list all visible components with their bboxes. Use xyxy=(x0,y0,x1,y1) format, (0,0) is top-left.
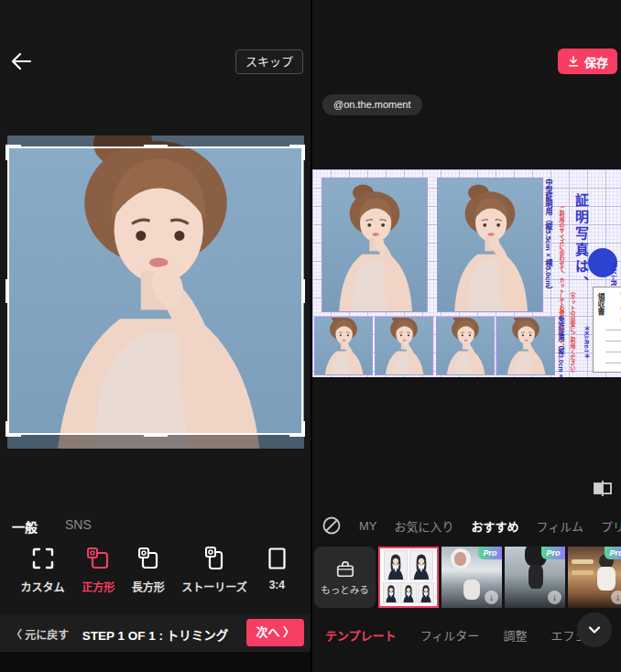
tab-template-label: テンプレート xyxy=(325,629,397,643)
watermark-badge: @on.the.moment xyxy=(322,94,422,115)
undo-button[interactable]: 〈 元に戻す xyxy=(11,626,69,642)
brand-label: ＊Ki-Re-i＊ xyxy=(582,325,591,359)
tab-filter[interactable]: フィルター xyxy=(420,614,480,644)
chevron-down-icon xyxy=(586,622,603,638)
back-button[interactable] xyxy=(7,48,35,75)
crop-handle-left[interactable] xyxy=(5,279,9,303)
tab-print-edit[interactable]: プリ加工 xyxy=(601,517,621,535)
preview-photo-small-2 xyxy=(376,318,432,374)
custom-crop-icon xyxy=(30,542,56,575)
left-bottom-spacer xyxy=(0,652,310,672)
download-template-icon[interactable]: ↓ xyxy=(611,591,621,604)
receipt-line xyxy=(605,352,621,352)
receipt-line xyxy=(605,330,621,331)
stories-crop-icon xyxy=(202,542,227,575)
block-icon xyxy=(321,515,342,536)
tab-favorites[interactable]: お気に入り xyxy=(395,517,454,535)
tab-recommended[interactable]: おすすめ xyxy=(472,517,519,535)
template-winter-portrait[interactable]: Pro ↓ xyxy=(441,547,502,608)
cut-note: （カットの目安にご利用ください） xyxy=(569,288,577,376)
receipt-line xyxy=(605,363,621,363)
crop-option-label: 3:4 xyxy=(269,579,285,591)
crop-handle-top-right[interactable] xyxy=(289,145,305,160)
crop-option-stories[interactable]: ストーリーズ xyxy=(181,542,246,594)
ratio-3-4-icon xyxy=(264,542,289,575)
none-button[interactable] xyxy=(321,515,342,536)
more-templates-button[interactable]: もっとみる xyxy=(314,547,376,608)
pro-badge: Pro xyxy=(478,547,502,559)
headline-text: 証明写真は、 xyxy=(572,193,591,292)
crop-handle-top[interactable] xyxy=(144,145,168,148)
step-indicator: STEP 1 OF 1 : トリミング xyxy=(82,625,229,644)
crop-footer: 〈 元に戻す STEP 1 OF 1 : トリミング 次へ 〉 xyxy=(0,614,310,652)
more-templates-label: もっとみる xyxy=(321,582,369,596)
crop-mode-tabs: 一般 SNS xyxy=(12,517,92,536)
category-tabs: MY お気に入り おすすめ フィルム プリ加工 xyxy=(321,515,621,536)
license-size-label: 免許証用（縦3.0cm×横2.5cm） xyxy=(556,316,565,374)
id-sheet-thumbnail xyxy=(380,548,437,606)
crop-canvas[interactable] xyxy=(7,135,304,449)
crop-option-label: ストーリーズ xyxy=(181,579,246,594)
template-panel: 保存 @on.the.moment 中型証明用（縦5.5cm×横5.0cm） ご… xyxy=(312,0,621,672)
preview-photo-small-1 xyxy=(315,318,372,374)
compare-button[interactable] xyxy=(591,476,615,500)
crop-panel: スキップ 一般 SNS xyxy=(0,0,310,672)
crop-handle-right[interactable] xyxy=(301,279,305,303)
app-window: スキップ 一般 SNS xyxy=(0,0,621,672)
square-crop-icon xyxy=(85,542,111,575)
crop-option-label: カスタム xyxy=(21,579,65,594)
pro-badge: Pro xyxy=(605,547,621,559)
template-lake-scene[interactable]: Pro ↓ xyxy=(505,547,565,608)
receipt-line xyxy=(605,341,621,341)
tab-sns[interactable]: SNS xyxy=(65,517,92,536)
download-template-icon[interactable]: ↓ xyxy=(548,591,561,604)
preview-photo-small-3 xyxy=(437,318,494,374)
medium-size-label: 中型証明用（縦5.5cm×横5.0cm） xyxy=(543,179,553,316)
collapse-button[interactable] xyxy=(577,612,612,647)
receipt-label: 領収書 xyxy=(595,293,605,315)
crop-option-custom[interactable]: カスタム xyxy=(21,542,65,594)
save-label: 保存 xyxy=(584,53,608,70)
next-button[interactable]: 次へ 〉 xyxy=(246,619,304,646)
pro-badge: Pro xyxy=(541,547,565,559)
bag-icon xyxy=(334,558,356,579)
preview-photo-small-4 xyxy=(497,318,554,374)
crop-handle-bottom-left[interactable] xyxy=(5,421,21,437)
save-button[interactable]: 保存 xyxy=(558,49,617,74)
feature-tabs: テンプレート フィルター 調整 エフェクト xyxy=(325,614,610,644)
template-preview[interactable]: 中型証明用（縦5.5cm×横5.0cm） ご利用のサイズに合わせて、カットしてお… xyxy=(312,169,621,377)
crop-frame[interactable] xyxy=(7,146,303,435)
receipt-box: 領収書 年 月 日 xyxy=(593,287,621,373)
tab-general[interactable]: 一般 xyxy=(12,517,38,536)
template-id-photo-sheet[interactable] xyxy=(378,547,439,608)
compare-icon xyxy=(591,476,615,500)
preview-photo-large-1 xyxy=(322,179,427,311)
crop-ratio-options: カスタム 正方形 xyxy=(0,542,310,608)
crop-handle-top-left[interactable] xyxy=(5,145,21,160)
crop-dim-bottom xyxy=(7,435,304,449)
crop-option-label: 長方形 xyxy=(132,579,165,594)
tab-my[interactable]: MY xyxy=(359,519,377,533)
tab-film[interactable]: フィルム xyxy=(537,517,583,535)
rectangle-crop-icon xyxy=(136,542,161,575)
cut-note-top: ご利用のサイズに合わせて、カットしてお使いください。 xyxy=(558,206,566,316)
crop-option-3-4[interactable]: 3:4 xyxy=(264,542,289,591)
crop-handle-bottom-right[interactable] xyxy=(289,421,305,437)
download-template-icon[interactable]: ↓ xyxy=(485,591,498,604)
tab-adjust[interactable]: 調整 xyxy=(503,614,527,644)
template-list: もっとみる xyxy=(314,547,621,608)
crop-option-rectangle[interactable]: 長方形 xyxy=(132,542,165,594)
crop-handle-bottom[interactable] xyxy=(144,433,168,437)
skip-button[interactable]: スキップ xyxy=(235,49,303,74)
crop-option-square[interactable]: 正方形 xyxy=(82,542,114,594)
crop-option-label: 正方形 xyxy=(82,579,114,594)
template-cafe-scene[interactable]: Pro ↓ xyxy=(568,547,621,608)
back-arrow-icon xyxy=(7,48,35,75)
download-icon xyxy=(567,55,580,68)
preview-photo-large-2 xyxy=(438,179,542,311)
tab-template[interactable]: テンプレート xyxy=(325,614,397,644)
